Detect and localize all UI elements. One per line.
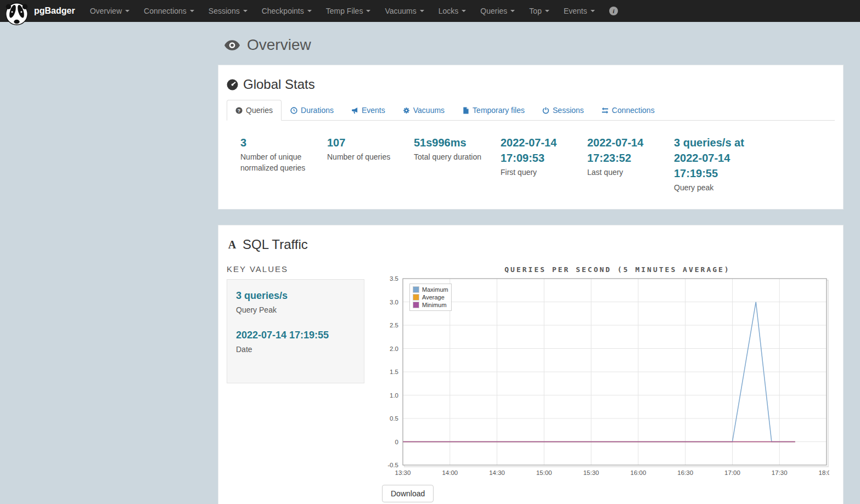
pgbadger-logo[interactable] (4, 1, 30, 26)
nav-item-vacuums[interactable]: Vacuums (378, 0, 431, 22)
tab-queries[interactable]: ?Queries (227, 100, 282, 121)
eye-icon (224, 40, 240, 50)
svg-text:-0.5: -0.5 (387, 462, 398, 468)
nav-item-top[interactable]: Top (522, 0, 557, 22)
dashboard-icon (227, 79, 238, 90)
stat-block-5: 3 queries/s at 2022-07-14 17:19:55Query … (674, 135, 756, 194)
stat-value: 3 (240, 135, 319, 150)
nav-item-events[interactable]: Events (557, 0, 602, 22)
clock-icon (290, 107, 297, 114)
svg-text:2.5: 2.5 (390, 322, 398, 329)
svg-text:A: A (228, 239, 237, 250)
nav-item-queries[interactable]: Queries (473, 0, 522, 22)
tab-connections[interactable]: Connections (593, 100, 664, 121)
key-values-section: KEY VALUES 3 queries/sQuery Peak2022-07-… (227, 260, 364, 502)
stat-value: 107 (327, 135, 406, 150)
caret-down-icon (545, 10, 549, 12)
legend-item-maximum: Maximum (413, 286, 448, 293)
nav-item-sessions[interactable]: Sessions (201, 0, 255, 22)
stat-label: Query peak (674, 183, 749, 194)
global-stats-title-text: Global Stats (243, 77, 315, 92)
legend-label: Average (422, 294, 445, 301)
tab-label: Temporary files (473, 106, 525, 115)
stat-label: Number of queries (327, 152, 406, 163)
chart-section: QUERIES PER SECOND (5 MINUTES AVERAGE) 3… (382, 260, 832, 502)
key-value-1: 2022-07-14 17:19:55Date (236, 329, 355, 354)
chart-legend: MaximumAverageMinimum (409, 284, 452, 311)
question-circle-icon: ? (235, 107, 243, 114)
nav-item-locks[interactable]: Locks (431, 0, 474, 22)
chart-title: QUERIES PER SECOND (5 MINUTES AVERAGE) (382, 264, 832, 275)
svg-text:?: ? (238, 107, 240, 113)
stat-label: Total query duration (414, 152, 493, 163)
nav-item-label: Checkpoints (262, 7, 304, 15)
legend-label: Maximum (422, 286, 448, 293)
download-button[interactable]: Download (382, 485, 434, 502)
svg-text:3.0: 3.0 (390, 298, 398, 305)
svg-text:15:30: 15:30 (583, 469, 599, 476)
svg-text:17:30: 17:30 (772, 469, 788, 476)
legend-swatch (413, 294, 419, 301)
svg-text:16:30: 16:30 (677, 469, 693, 476)
global-stats-panel: Global Stats ?QueriesDurationsEventsVacu… (218, 65, 844, 209)
key-values-box: 3 queries/sQuery Peak2022-07-14 17:19:55… (227, 279, 364, 383)
svg-text:14:30: 14:30 (489, 469, 505, 476)
exchange-icon (602, 107, 609, 114)
caret-down-icon (243, 10, 248, 12)
info-icon[interactable]: i (602, 7, 625, 15)
tab-temporary-files[interactable]: Temporary files (453, 100, 533, 121)
stat-block-4: 2022-07-14 17:23:52Last query (587, 135, 674, 194)
legend-swatch (413, 302, 419, 308)
nav-item-label: Locks (439, 7, 459, 15)
legend-item-average: Average (413, 294, 448, 301)
top-navbar: pgBadger OverviewConnectionsSessionsChec… (0, 0, 860, 22)
tab-events[interactable]: Events (342, 100, 394, 121)
legend-item-minimum: Minimum (413, 302, 448, 308)
tab-label: Sessions (553, 106, 584, 115)
navbar-menu: OverviewConnectionsSessionsCheckpointsTe… (83, 0, 602, 22)
main-content: Overview Global Stats ?QueriesDurationsE… (218, 22, 844, 504)
nav-item-temp-files[interactable]: Temp Files (319, 0, 378, 22)
svg-text:3.5: 3.5 (390, 275, 398, 282)
stat-value: 2022-07-14 17:23:52 (587, 135, 666, 166)
key-value-value: 3 queries/s (236, 290, 355, 302)
tab-vacuums[interactable]: Vacuums (394, 100, 453, 121)
stat-label: First query (501, 167, 580, 178)
caret-down-icon (307, 10, 312, 12)
key-value-label: Query Peak (236, 305, 355, 314)
page-title-text: Overview (247, 36, 311, 54)
tab-label: Queries (246, 106, 273, 115)
legend-swatch (413, 286, 419, 293)
stat-value: 51s996ms (414, 135, 493, 150)
tab-durations[interactable]: Durations (282, 100, 342, 121)
svg-text:15:00: 15:00 (536, 469, 552, 476)
svg-text:1.5: 1.5 (390, 369, 398, 375)
page-title: Overview (224, 36, 837, 54)
sql-traffic-body: KEY VALUES 3 queries/sQuery Peak2022-07-… (227, 260, 835, 502)
stat-label: Number of unique normalized queries (240, 152, 319, 173)
global-stats-values: 3Number of unique normalized queries107N… (227, 121, 835, 197)
file-icon (462, 107, 469, 114)
power-icon (542, 107, 549, 114)
stat-block-2: 51s996msTotal query duration (414, 135, 501, 194)
key-values-heading: KEY VALUES (227, 264, 364, 274)
svg-text:16:00: 16:00 (631, 469, 647, 476)
legend-label: Minimum (422, 302, 447, 308)
sql-traffic-panel: A SQL Traffic KEY VALUES 3 queries/sQuer… (218, 225, 844, 504)
stat-block-1: 107Number of queries (327, 135, 414, 194)
stat-label: Last query (587, 167, 666, 178)
tab-sessions[interactable]: Sessions (533, 100, 593, 121)
svg-text:17:00: 17:00 (724, 469, 740, 476)
nav-item-checkpoints[interactable]: Checkpoints (255, 0, 319, 22)
nav-item-overview[interactable]: Overview (83, 0, 137, 22)
svg-text:18:00: 18:00 (819, 469, 829, 476)
gear-icon (403, 107, 410, 114)
nav-item-connections[interactable]: Connections (137, 0, 201, 22)
tab-label: Vacuums (413, 106, 445, 115)
tab-label: Durations (301, 106, 334, 115)
svg-text:0.5: 0.5 (390, 415, 398, 422)
sql-traffic-title-text: SQL Traffic (243, 237, 308, 252)
svg-text:2.0: 2.0 (390, 345, 398, 352)
badger-icon (4, 1, 30, 26)
caret-down-icon (462, 10, 466, 12)
